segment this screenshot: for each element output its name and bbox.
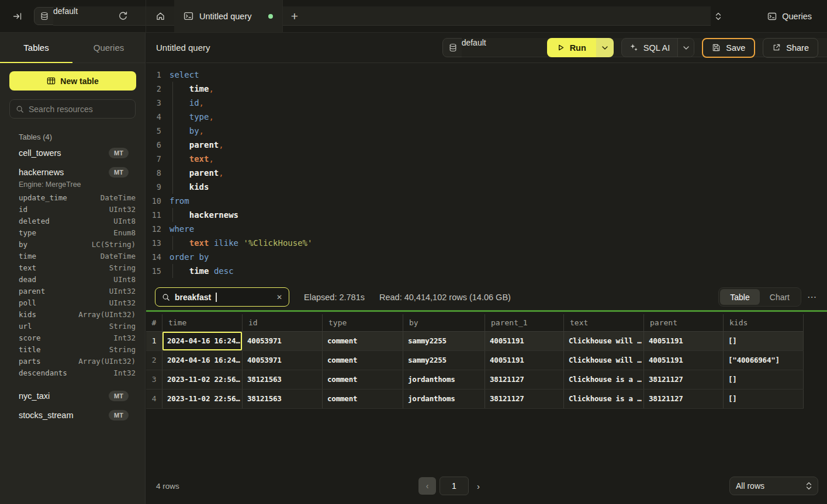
engine-badge: MT	[109, 167, 129, 178]
queries-button[interactable]: Queries	[767, 12, 812, 21]
terminal-icon	[767, 12, 777, 21]
refresh-icon[interactable]	[118, 11, 128, 21]
home-button[interactable]	[146, 0, 174, 32]
sql-ai-button[interactable]: SQL AI	[622, 39, 677, 57]
table-cell[interactable]: ["40066964"]	[724, 351, 804, 370]
table-cell[interactable]: 40051191	[644, 332, 724, 350]
sidebar-table-item-cell_towers[interactable]: cell_towersMT	[19, 143, 129, 162]
table-cell[interactable]: 38121563	[243, 390, 323, 408]
column-row: deletedUInt8	[19, 215, 136, 227]
page-size-value: All rows	[736, 481, 764, 491]
sidebar-tab-queries[interactable]: Queries	[72, 33, 145, 62]
new-tab-button[interactable]: +	[283, 0, 306, 32]
table-cell[interactable]: Clickhouse will …	[564, 351, 644, 370]
row-number[interactable]: 1	[146, 332, 162, 350]
search-icon	[162, 293, 170, 301]
row-number[interactable]: 4	[146, 390, 162, 408]
row-number[interactable]: 3	[146, 370, 162, 389]
table-cell[interactable]: 40053971	[243, 351, 323, 370]
column-row: update_timeDateTime	[19, 192, 136, 204]
tables-list: cell_towersMThackernewsMTEngine: MergeTr…	[0, 143, 145, 425]
new-table-button[interactable]: New table	[9, 71, 136, 91]
table-cell[interactable]: sammy2255	[403, 351, 485, 370]
view-toggle-table[interactable]: Table	[720, 289, 759, 305]
new-table-label: New table	[60, 77, 98, 86]
table-cell[interactable]: 2024-04-16 16:24…	[162, 351, 243, 370]
table-cell[interactable]: comment	[323, 390, 403, 408]
sidebar-table-item-hackernews[interactable]: hackernewsMT	[19, 162, 129, 182]
column-type: String	[109, 262, 136, 274]
column-header-id[interactable]: id	[243, 314, 323, 331]
run-database-select[interactable]: default	[442, 38, 539, 57]
table-cell[interactable]: Clickhouse is a …	[564, 390, 644, 408]
next-page-button[interactable]: ›	[477, 481, 480, 491]
column-header-type[interactable]: type	[323, 314, 403, 331]
table-cell[interactable]: Clickhouse is a …	[564, 370, 644, 389]
column-header-num[interactable]: #	[146, 314, 162, 331]
table-cell[interactable]: 40051191	[485, 332, 564, 350]
topbar: default Untitled query +	[0, 0, 827, 33]
table-cell[interactable]: sammy2255	[403, 332, 485, 350]
table-cell[interactable]: jordanthoms	[403, 370, 485, 389]
row-count: 4 rows	[156, 482, 179, 491]
sql-ai-options-button[interactable]	[677, 39, 694, 57]
table-cell[interactable]: 40051191	[485, 351, 564, 370]
table-cell[interactable]: 38121127	[644, 390, 724, 408]
table-cell[interactable]: []	[724, 370, 804, 389]
column-row: textString	[19, 262, 136, 274]
view-toggle-chart[interactable]: Chart	[760, 289, 800, 305]
table-cell[interactable]: Clickhouse will …	[564, 332, 644, 350]
run-options-button[interactable]	[596, 38, 614, 57]
table-cell[interactable]: 40053971	[243, 332, 323, 350]
column-type: String	[109, 321, 136, 332]
table-cell[interactable]: comment	[323, 351, 403, 370]
column-header-text[interactable]: text	[564, 314, 644, 331]
table-cell[interactable]: []	[724, 390, 804, 408]
sidebar-table-item-stocks_stream[interactable]: stocks_streamMT	[19, 405, 129, 425]
current-page[interactable]: 1	[440, 477, 469, 495]
save-button[interactable]: Save	[702, 38, 755, 58]
table-cell[interactable]: 40051191	[644, 351, 724, 370]
column-type: Int32	[113, 367, 136, 379]
table-cell[interactable]: 38121127	[485, 370, 564, 389]
table-cell[interactable]: 38121127	[485, 390, 564, 408]
table-cell[interactable]: 2024-04-16 16:24…	[162, 332, 243, 350]
column-header-by[interactable]: by	[403, 314, 485, 331]
line-number: 2	[151, 82, 161, 96]
row-number[interactable]: 2	[146, 351, 162, 370]
sql-editor[interactable]: 1select2 time,3 id,4 type,5 by,6 parent,…	[146, 63, 827, 284]
run-button[interactable]: Run	[547, 38, 596, 57]
share-button[interactable]: Share	[763, 38, 818, 58]
column-header-time[interactable]: time	[162, 314, 243, 331]
column-name: score	[19, 332, 113, 344]
code-text: parent,	[169, 138, 224, 152]
table-cell[interactable]: 38121563	[243, 370, 323, 389]
column-type: Array(UInt32)	[78, 309, 136, 321]
sidebar-table-item-nyc_taxi[interactable]: nyc_taxiMT	[19, 386, 129, 405]
column-name: type	[19, 227, 113, 239]
tab-untitled-query[interactable]: Untitled query	[174, 0, 283, 32]
results-search-input[interactable]: breakfast ✕	[155, 287, 289, 307]
table-cell[interactable]: comment	[323, 370, 403, 389]
table-cell[interactable]: 38121127	[644, 370, 724, 389]
table-cell[interactable]: 2023-11-02 22:56…	[162, 370, 243, 389]
table-cell[interactable]: []	[724, 332, 804, 350]
column-header-parent[interactable]: parent	[644, 314, 724, 331]
line-number: 4	[151, 110, 161, 124]
search-resources-input[interactable]	[29, 105, 129, 114]
collapse-sidebar-icon[interactable]	[13, 12, 22, 21]
table-cell[interactable]: jordanthoms	[403, 390, 485, 408]
table-cell[interactable]: 2023-11-02 22:56…	[162, 390, 243, 408]
column-type: UInt8	[113, 215, 136, 227]
page-size-select[interactable]: All rows	[729, 477, 818, 495]
sidebar-tab-tables[interactable]: Tables	[0, 33, 72, 62]
column-header-parent_1[interactable]: parent_1	[485, 314, 564, 331]
more-options-button[interactable]: ⋯	[807, 291, 817, 303]
column-type: UInt32	[109, 204, 136, 215]
prev-page-button[interactable]: ‹	[418, 477, 436, 495]
clear-search-button[interactable]: ✕	[276, 293, 282, 301]
table-cell[interactable]: comment	[323, 332, 403, 350]
database-select[interactable]: default	[34, 7, 105, 25]
column-header-kids[interactable]: kids	[724, 314, 804, 331]
share-icon	[772, 43, 781, 52]
